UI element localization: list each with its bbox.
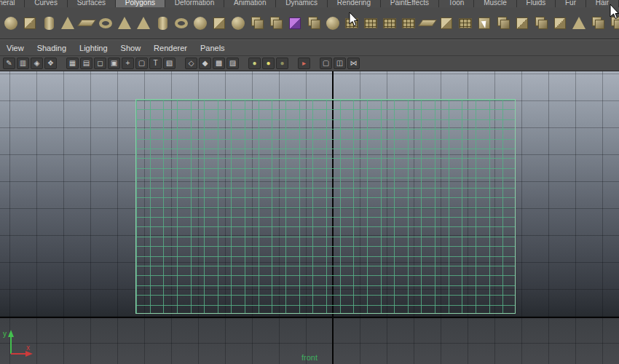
poly-plane-icon[interactable] <box>78 15 95 32</box>
mouse-cursor-icon <box>349 12 359 27</box>
field-chart-icon[interactable]: + <box>122 58 134 69</box>
menu-show[interactable]: Show <box>114 44 148 52</box>
append-to-polygon-icon[interactable] <box>419 15 436 32</box>
resolution-gate-icon[interactable]: ◻ <box>94 58 106 69</box>
shelf-icon-shape <box>194 17 207 30</box>
shelf-icon-shape <box>4 17 17 30</box>
panel-toolbar: ✎ ▥ ◈ ❖ ▦ ▤ ◻ ▣ + ▢ T ▧ ◇ ◆ ▩ ▨ <box>0 55 619 71</box>
isolate-select-icon[interactable]: ▸ <box>298 58 310 69</box>
shelf-tab-label: Fluids <box>527 0 546 7</box>
shelf-tab-animation[interactable]: Animation <box>224 0 276 7</box>
gate-mask-icon[interactable]: ▣ <box>108 58 120 69</box>
shelf-icon-shape <box>516 17 528 29</box>
interactive-split-icon[interactable] <box>476 15 493 32</box>
use-default-lighting-icon[interactable]: ● <box>248 58 261 69</box>
duplicate-face-icon[interactable] <box>589 15 607 32</box>
film-gate-icon[interactable]: ▤ <box>80 58 92 69</box>
extrude-icon[interactable] <box>551 15 569 32</box>
shelf-tab-label: General <box>0 0 15 7</box>
smooth-icon[interactable] <box>324 15 342 32</box>
xray-display-icon[interactable]: ▢ <box>320 58 332 69</box>
polygon-plane-wireframe[interactable] <box>135 99 516 314</box>
shelf-tab-label: Surfaces <box>77 0 106 7</box>
shelf-tab-label: Dynamics <box>285 0 318 7</box>
menu-lighting[interactable]: Lighting <box>73 44 114 52</box>
safe-title-icon[interactable]: T <box>149 58 162 69</box>
poke-face-icon[interactable] <box>457 15 474 32</box>
shelf-icon-shape <box>158 17 167 30</box>
offset-edge-loop-icon[interactable] <box>400 15 417 32</box>
textured-display-icon[interactable]: ▩ <box>213 58 225 69</box>
wireframe-on-shaded-icon[interactable]: ◫ <box>334 58 346 69</box>
shelf-tab-bar: General Curves Surfaces Polygons Deforma… <box>0 0 619 7</box>
sculpt-geometry-icon[interactable] <box>229 15 247 32</box>
shelf-tab-curves[interactable]: Curves <box>25 0 67 7</box>
shelf-icon-shape <box>383 18 396 28</box>
shelf-tab-painteffects[interactable]: PaintEffects <box>381 0 439 7</box>
use-all-lights-icon[interactable]: ● <box>262 58 275 69</box>
shelf-tab-label: Polygons <box>125 0 155 7</box>
menu-view[interactable]: View <box>0 44 31 52</box>
poly-helix-icon[interactable] <box>173 15 190 32</box>
mirror-geometry-icon[interactable] <box>248 15 266 32</box>
menu-item-label: Show <box>121 44 141 52</box>
merge-edge-icon[interactable] <box>494 15 512 32</box>
poly-cylinder-icon[interactable] <box>40 15 58 32</box>
poly-pipe-icon[interactable] <box>154 15 171 32</box>
menu-renderer[interactable]: Renderer <box>147 44 194 52</box>
wedge-face-icon[interactable] <box>570 15 588 32</box>
shelf-icon-shape <box>592 17 604 29</box>
pencil-tool-icon[interactable]: ✎ <box>3 58 15 69</box>
checker-display-icon[interactable]: ▨ <box>226 58 239 69</box>
shelf-icon-shape <box>441 17 452 29</box>
poly-prism-icon[interactable] <box>116 15 133 32</box>
shelf-icon-shape <box>364 18 377 28</box>
shelf-tab-dynamics[interactable]: Dynamics <box>276 0 328 7</box>
smooth-shade-icon[interactable]: ◆ <box>199 58 211 69</box>
snap-to-grid-icon[interactable]: ◈ <box>31 58 43 69</box>
shelf-icon-shape <box>44 17 54 30</box>
shelf-tab-toon[interactable]: Toon <box>439 0 474 7</box>
shelf-tab-rendering[interactable]: Rendering <box>328 0 381 7</box>
shelf-tab-general[interactable]: General <box>0 0 25 7</box>
insert-edge-loop-icon[interactable] <box>381 15 398 32</box>
poly-cone-icon[interactable] <box>59 15 76 32</box>
menu-shading[interactable]: Shading <box>31 44 73 52</box>
boolean-intersection-icon[interactable] <box>305 15 323 32</box>
shelf-tab-deformation[interactable]: Deformation <box>165 0 224 7</box>
shelf-tab-surfaces[interactable]: Surfaces <box>68 0 116 7</box>
shelf-tab-fur[interactable]: Fur <box>556 0 586 7</box>
image-plane-icon[interactable]: ▧ <box>163 58 176 69</box>
bevel-icon[interactable] <box>513 15 531 32</box>
shelf-icon-shape <box>572 17 586 29</box>
boolean-union-icon[interactable] <box>286 15 304 32</box>
shelf-tab-polygons[interactable]: Polygons <box>116 0 165 7</box>
shelf-tab-label: PaintEffects <box>390 0 429 7</box>
shelf-icon-shape <box>118 17 131 29</box>
split-polygon-tool-icon[interactable] <box>362 15 379 32</box>
poly-torus-icon[interactable] <box>97 15 114 32</box>
safe-action-icon[interactable]: ▢ <box>135 58 148 69</box>
poly-sphere-icon[interactable] <box>2 15 20 32</box>
viewport-front-camera[interactable]: y x front <box>0 71 619 364</box>
wireframe-display-icon[interactable]: ◇ <box>185 58 197 69</box>
shelf-icon-shape <box>213 17 225 29</box>
hypergraph-connections-icon[interactable]: ⋈ <box>347 58 360 69</box>
grid-display-icon[interactable]: ▦ <box>66 58 79 69</box>
poly-soccer-ball-icon[interactable] <box>192 15 209 32</box>
shelf-tab-fluids[interactable]: Fluids <box>517 0 556 7</box>
poly-cube-icon[interactable] <box>21 15 39 32</box>
shelf-tab-muscle[interactable]: Muscle <box>474 0 516 7</box>
menu-panels[interactable]: Panels <box>194 44 232 52</box>
shelf-icon-shape <box>232 17 245 30</box>
bridge-icon[interactable] <box>532 15 550 32</box>
selection-mask-icon[interactable]: ❖ <box>44 58 57 69</box>
cut-faces-icon[interactable] <box>438 15 455 32</box>
combine-icon[interactable] <box>267 15 285 32</box>
shelf-icon-shape <box>61 17 74 29</box>
panel-layout-icon[interactable]: ▥ <box>17 58 29 69</box>
menu-item-label: Renderer <box>154 44 187 52</box>
no-lights-icon[interactable]: ● <box>276 58 288 69</box>
poly-pyramid-icon[interactable] <box>135 15 152 32</box>
poly-platonic-solid-icon[interactable] <box>210 15 228 32</box>
